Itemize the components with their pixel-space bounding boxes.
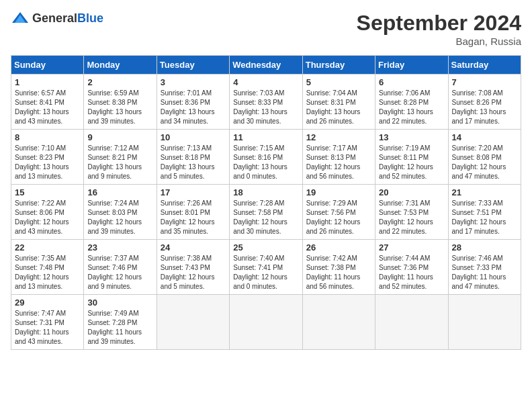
calendar-cell: 10Sunrise: 7:13 AMSunset: 8:18 PMDayligh… bbox=[157, 130, 229, 185]
weekday-header-thursday: Thursday bbox=[302, 56, 375, 75]
logo-icon bbox=[11, 11, 30, 26]
weekday-header-sunday: Sunday bbox=[11, 56, 84, 75]
calendar-week-row: 1Sunrise: 6:57 AMSunset: 8:41 PMDaylight… bbox=[11, 75, 521, 130]
calendar-cell: 19Sunrise: 7:29 AMSunset: 7:56 PMDayligh… bbox=[302, 185, 375, 240]
calendar-cell: 17Sunrise: 7:26 AMSunset: 8:01 PMDayligh… bbox=[157, 185, 229, 240]
day-number: 24 bbox=[161, 242, 226, 253]
calendar-cell: 29Sunrise: 7:47 AMSunset: 7:31 PMDayligh… bbox=[11, 295, 84, 350]
day-number: 27 bbox=[379, 242, 444, 253]
calendar-cell: 24Sunrise: 7:38 AMSunset: 7:43 PMDayligh… bbox=[157, 240, 229, 295]
calendar-cell: 27Sunrise: 7:44 AMSunset: 7:36 PMDayligh… bbox=[375, 240, 448, 295]
day-number: 3 bbox=[161, 77, 226, 87]
calendar-cell: 16Sunrise: 7:24 AMSunset: 8:03 PMDayligh… bbox=[84, 185, 157, 240]
calendar-cell: 1Sunrise: 6:57 AMSunset: 8:41 PMDaylight… bbox=[11, 75, 84, 130]
logo-text-general: General bbox=[32, 11, 77, 25]
calendar-week-row: 29Sunrise: 7:47 AMSunset: 7:31 PMDayligh… bbox=[11, 295, 521, 350]
day-number: 9 bbox=[87, 132, 152, 142]
calendar-cell: 8Sunrise: 7:10 AMSunset: 8:23 PMDaylight… bbox=[11, 130, 84, 185]
day-info: Sunrise: 7:24 AMSunset: 8:03 PMDaylight:… bbox=[87, 199, 152, 236]
location: Bagan, Russia bbox=[357, 36, 521, 47]
calendar-cell: 25Sunrise: 7:40 AMSunset: 7:41 PMDayligh… bbox=[230, 240, 302, 295]
day-info: Sunrise: 7:33 AMSunset: 7:51 PMDaylight:… bbox=[452, 199, 517, 236]
weekday-header-row: SundayMondayTuesdayWednesdayThursdayFrid… bbox=[11, 56, 521, 75]
calendar-cell: 13Sunrise: 7:19 AMSunset: 8:11 PMDayligh… bbox=[375, 130, 448, 185]
day-number: 25 bbox=[233, 242, 298, 253]
calendar-cell: 5Sunrise: 7:04 AMSunset: 8:31 PMDaylight… bbox=[302, 75, 375, 130]
calendar-cell: 11Sunrise: 7:15 AMSunset: 8:16 PMDayligh… bbox=[230, 130, 302, 185]
day-number: 16 bbox=[87, 187, 152, 197]
day-number: 23 bbox=[87, 242, 152, 253]
day-number: 20 bbox=[379, 187, 444, 197]
day-number: 19 bbox=[306, 187, 371, 197]
calendar-cell: 26Sunrise: 7:42 AMSunset: 7:38 PMDayligh… bbox=[302, 240, 375, 295]
day-info: Sunrise: 7:04 AMSunset: 8:31 PMDaylight:… bbox=[306, 89, 371, 126]
page-header: GeneralBlue September 2024 Bagan, Russia bbox=[11, 11, 521, 47]
day-number: 11 bbox=[233, 132, 298, 142]
day-number: 18 bbox=[233, 187, 298, 197]
day-info: Sunrise: 7:06 AMSunset: 8:28 PMDaylight:… bbox=[379, 89, 444, 126]
day-number: 28 bbox=[452, 242, 517, 253]
month-year: September 2024 bbox=[357, 11, 521, 36]
day-info: Sunrise: 7:42 AMSunset: 7:38 PMDaylight:… bbox=[306, 254, 371, 291]
day-info: Sunrise: 6:57 AMSunset: 8:41 PMDaylight:… bbox=[15, 89, 80, 126]
day-number: 6 bbox=[379, 77, 444, 87]
day-number: 17 bbox=[161, 187, 226, 197]
calendar-table: SundayMondayTuesdayWednesdayThursdayFrid… bbox=[11, 55, 521, 350]
calendar-cell bbox=[230, 295, 302, 350]
weekday-header-friday: Friday bbox=[375, 56, 448, 75]
day-info: Sunrise: 7:47 AMSunset: 7:31 PMDaylight:… bbox=[15, 309, 80, 347]
calendar-cell: 15Sunrise: 7:22 AMSunset: 8:06 PMDayligh… bbox=[11, 185, 84, 240]
day-number: 26 bbox=[306, 242, 371, 253]
day-info: Sunrise: 6:59 AMSunset: 8:38 PMDaylight:… bbox=[87, 89, 152, 126]
calendar-cell: 2Sunrise: 6:59 AMSunset: 8:38 PMDaylight… bbox=[84, 75, 157, 130]
day-number: 21 bbox=[452, 187, 517, 197]
day-number: 5 bbox=[306, 77, 371, 87]
calendar-cell: 3Sunrise: 7:01 AMSunset: 8:36 PMDaylight… bbox=[157, 75, 229, 130]
calendar-cell: 20Sunrise: 7:31 AMSunset: 7:53 PMDayligh… bbox=[375, 185, 448, 240]
day-number: 14 bbox=[452, 132, 517, 142]
day-info: Sunrise: 7:38 AMSunset: 7:43 PMDaylight:… bbox=[161, 254, 226, 291]
day-number: 30 bbox=[87, 298, 152, 308]
day-number: 13 bbox=[379, 132, 444, 142]
day-info: Sunrise: 7:26 AMSunset: 8:01 PMDaylight:… bbox=[161, 199, 226, 236]
calendar-cell: 21Sunrise: 7:33 AMSunset: 7:51 PMDayligh… bbox=[448, 185, 521, 240]
weekday-header-wednesday: Wednesday bbox=[230, 56, 302, 75]
calendar-cell: 22Sunrise: 7:35 AMSunset: 7:48 PMDayligh… bbox=[11, 240, 84, 295]
weekday-header-tuesday: Tuesday bbox=[157, 56, 229, 75]
day-info: Sunrise: 7:35 AMSunset: 7:48 PMDaylight:… bbox=[15, 254, 80, 291]
calendar-cell: 9Sunrise: 7:12 AMSunset: 8:21 PMDaylight… bbox=[84, 130, 157, 185]
day-info: Sunrise: 7:08 AMSunset: 8:26 PMDaylight:… bbox=[452, 89, 517, 126]
calendar-cell: 6Sunrise: 7:06 AMSunset: 8:28 PMDaylight… bbox=[375, 75, 448, 130]
weekday-header-saturday: Saturday bbox=[448, 56, 521, 75]
day-info: Sunrise: 7:10 AMSunset: 8:23 PMDaylight:… bbox=[15, 144, 80, 181]
day-number: 15 bbox=[15, 187, 80, 197]
day-number: 12 bbox=[306, 132, 371, 142]
day-number: 22 bbox=[15, 242, 80, 253]
day-number: 4 bbox=[233, 77, 298, 87]
day-info: Sunrise: 7:31 AMSunset: 7:53 PMDaylight:… bbox=[379, 199, 444, 236]
calendar-cell: 30Sunrise: 7:49 AMSunset: 7:28 PMDayligh… bbox=[84, 295, 157, 350]
calendar-cell bbox=[157, 295, 229, 350]
calendar-cell: 23Sunrise: 7:37 AMSunset: 7:46 PMDayligh… bbox=[84, 240, 157, 295]
calendar-cell: 4Sunrise: 7:03 AMSunset: 8:33 PMDaylight… bbox=[230, 75, 302, 130]
calendar-cell bbox=[302, 295, 375, 350]
day-info: Sunrise: 7:29 AMSunset: 7:56 PMDaylight:… bbox=[306, 199, 371, 236]
day-info: Sunrise: 7:17 AMSunset: 8:13 PMDaylight:… bbox=[306, 144, 371, 181]
day-info: Sunrise: 7:22 AMSunset: 8:06 PMDaylight:… bbox=[15, 199, 80, 236]
day-info: Sunrise: 7:12 AMSunset: 8:21 PMDaylight:… bbox=[87, 144, 152, 181]
day-info: Sunrise: 7:44 AMSunset: 7:36 PMDaylight:… bbox=[379, 254, 444, 291]
logo: GeneralBlue bbox=[11, 11, 103, 26]
day-number: 1 bbox=[15, 77, 80, 87]
calendar-cell: 18Sunrise: 7:28 AMSunset: 7:58 PMDayligh… bbox=[230, 185, 302, 240]
day-number: 7 bbox=[452, 77, 517, 87]
day-info: Sunrise: 7:03 AMSunset: 8:33 PMDaylight:… bbox=[233, 89, 298, 126]
day-info: Sunrise: 7:37 AMSunset: 7:46 PMDaylight:… bbox=[87, 254, 152, 291]
day-info: Sunrise: 7:46 AMSunset: 7:33 PMDaylight:… bbox=[452, 254, 517, 291]
day-number: 10 bbox=[161, 132, 226, 142]
calendar-cell: 7Sunrise: 7:08 AMSunset: 8:26 PMDaylight… bbox=[448, 75, 521, 130]
calendar-cell: 12Sunrise: 7:17 AMSunset: 8:13 PMDayligh… bbox=[302, 130, 375, 185]
calendar-week-row: 22Sunrise: 7:35 AMSunset: 7:48 PMDayligh… bbox=[11, 240, 521, 295]
day-number: 29 bbox=[15, 298, 80, 308]
day-info: Sunrise: 7:49 AMSunset: 7:28 PMDaylight:… bbox=[87, 309, 152, 347]
day-info: Sunrise: 7:15 AMSunset: 8:16 PMDaylight:… bbox=[233, 144, 298, 181]
